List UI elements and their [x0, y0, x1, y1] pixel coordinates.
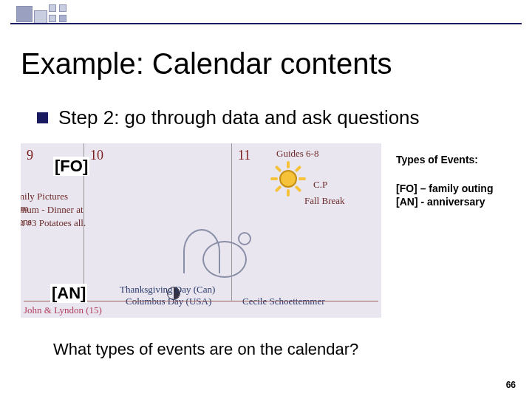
- sun-icon: [272, 163, 304, 195]
- deco-rule: [10, 23, 522, 24]
- calendar-printed-text: Cecile Schoettemmer: [242, 296, 325, 307]
- calendar-printed-text: Thanksgiving Day (Can): [120, 284, 215, 296]
- legend-title: Types of Events:: [396, 154, 522, 166]
- annotation-an: [AN]: [50, 284, 87, 303]
- deco-square-icon: [34, 10, 47, 24]
- slide-title: Example: Calendar contents: [21, 47, 392, 81]
- calendar-handwriting: Fall Break: [304, 195, 345, 207]
- legend-line: [FO] – family outing: [396, 182, 522, 195]
- calendar-day-cell: 11 Guides 6-8 C.P Fall Break Cecile Scho…: [232, 143, 381, 301]
- bullet-item: Step 2: go through data and ask question…: [37, 106, 420, 129]
- calendar-day-cell: 10 Thanksgiving Day (Can) Columbus Day (…: [84, 143, 232, 301]
- calendar-handwriting: Guides 6-8: [276, 148, 318, 160]
- deco-square-icon: [49, 15, 56, 22]
- prompt-question: What types of events are on the calendar…: [53, 340, 358, 359]
- calendar-handwriting: C.P: [313, 179, 327, 191]
- deco-square-icon: [49, 4, 56, 12]
- calendar-day-number: 10: [90, 148, 103, 163]
- annotation-fo: [FO]: [53, 157, 89, 176]
- deco-square-icon: [59, 4, 66, 12]
- calendar-day-number: 11: [238, 148, 250, 163]
- calendar-handwriting: John & Lyndon (15): [24, 304, 102, 316]
- bullet-square-icon: [37, 112, 48, 123]
- calendar-printed-text: Columbus Day (USA): [126, 296, 211, 307]
- slide-top-decoration: [0, 0, 532, 30]
- deco-square-icon: [16, 6, 33, 22]
- calendar-handwriting: eat #3 Potatoes all.: [21, 217, 95, 229]
- bullet-text: Step 2: go through data and ask question…: [58, 106, 420, 129]
- page-number: 66: [506, 380, 516, 390]
- legend-line: [AN] - anniversary: [396, 195, 522, 208]
- deco-square-icon: [59, 15, 66, 22]
- legend-box: Types of Events: [FO] – family outing [A…: [396, 154, 522, 208]
- calendar-day-number: 9: [27, 148, 33, 163]
